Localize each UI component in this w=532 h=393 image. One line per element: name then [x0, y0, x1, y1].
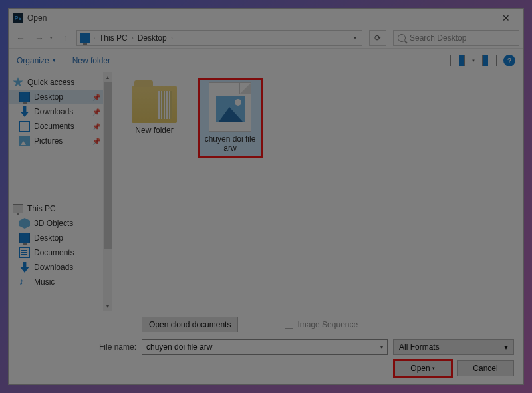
cancel-button[interactable]: Cancel	[457, 360, 514, 376]
scroll-thumb[interactable]	[104, 82, 112, 249]
file-type-filter[interactable]: All Formats ▾	[393, 339, 514, 355]
organize-menu[interactable]: Organize▼	[17, 56, 57, 65]
file-item-image[interactable]: chuyen doi file arw	[199, 79, 261, 156]
preview-pane-button[interactable]	[482, 55, 497, 66]
chevron-down-icon: ▾	[504, 342, 508, 352]
titlebar: Ps Open ✕	[9, 9, 523, 27]
desktop-icon	[19, 92, 30, 102]
file-label: chuyen doi file arw	[202, 134, 258, 153]
file-item-folder[interactable]: New folder	[123, 79, 186, 138]
help-button[interactable]: ?	[503, 55, 515, 66]
file-name-input[interactable]: chuyen doi file arw ▾	[142, 339, 388, 355]
file-list[interactable]: New folder chuyen doi file arw	[112, 72, 523, 311]
scroll-up-icon[interactable]: ▴	[103, 72, 112, 82]
file-name-label: File name:	[18, 342, 136, 352]
dialog-body: Quick access Desktop📌 Downloads📌 Documen…	[9, 72, 523, 311]
open-button[interactable]: Open▼	[394, 360, 452, 376]
sidebar-item-documents[interactable]: Documents📌	[9, 119, 112, 134]
search-icon	[398, 34, 406, 42]
chevron-down-icon[interactable]: ▼	[471, 59, 475, 63]
pc-icon	[80, 33, 90, 43]
desktop-icon	[19, 233, 30, 243]
open-dialog: Ps Open ✕ ← → ▾ ↑ › This PC › Desktop › …	[8, 8, 524, 385]
sidebar-group-quick-access[interactable]: Quick access	[9, 75, 112, 90]
scroll-down-icon[interactable]: ▾	[103, 301, 112, 311]
sidebar-item-downloads[interactable]: Downloads📌	[9, 104, 112, 119]
back-button[interactable]: ←	[13, 30, 29, 46]
download-icon	[19, 106, 30, 117]
refresh-button[interactable]: ⟳	[369, 30, 386, 46]
navigation-pane: Quick access Desktop📌 Downloads📌 Documen…	[9, 72, 112, 311]
photoshop-icon: Ps	[13, 13, 23, 23]
address-bar[interactable]: › This PC › Desktop › ▾	[76, 30, 362, 46]
bottom-panel: Open cloud documents Image Sequence File…	[9, 311, 523, 384]
pc-icon	[13, 204, 23, 213]
sidebar-scrollbar[interactable]: ▴ ▾	[103, 72, 112, 311]
pin-icon: 📌	[92, 108, 100, 116]
pin-icon: 📌	[92, 138, 100, 145]
chevron-right-icon: ›	[93, 35, 95, 41]
pin-icon: 📌	[92, 123, 100, 130]
chevron-right-icon: ›	[132, 35, 134, 41]
sidebar-item-music[interactable]: ♪ Music	[9, 275, 112, 289]
chevron-down-icon: ▼	[52, 58, 57, 63]
sidebar-item-pictures[interactable]: Pictures📌	[9, 134, 112, 148]
chevron-right-icon: ›	[171, 35, 173, 41]
open-cloud-documents-button[interactable]: Open cloud documents	[142, 317, 238, 332]
pin-icon: 📌	[92, 94, 100, 101]
document-icon	[19, 247, 30, 258]
checkbox-icon	[285, 321, 293, 329]
breadcrumb[interactable]: Desktop	[136, 33, 168, 43]
download-icon	[19, 262, 30, 273]
sidebar-group-this-pc[interactable]: This PC	[9, 201, 112, 216]
close-button[interactable]: ✕	[493, 9, 519, 27]
sidebar-item-3d-objects[interactable]: 3D Objects	[9, 216, 112, 231]
image-sequence-checkbox[interactable]: Image Sequence	[285, 320, 358, 329]
up-button[interactable]: ↑	[58, 30, 74, 46]
pictures-icon	[19, 136, 30, 146]
document-icon	[19, 121, 30, 132]
address-dropdown-icon[interactable]: ▾	[354, 35, 359, 41]
new-folder-button[interactable]: New folder	[72, 56, 110, 65]
sidebar-item-documents[interactable]: Documents	[9, 245, 112, 260]
music-icon: ♪	[19, 277, 30, 287]
sidebar-item-desktop[interactable]: Desktop	[9, 231, 112, 245]
sidebar-item-downloads[interactable]: Downloads	[9, 260, 112, 275]
search-placeholder: Search Desktop	[410, 33, 466, 43]
star-icon	[13, 77, 23, 88]
image-file-icon	[209, 82, 251, 132]
forward-button[interactable]: →	[31, 30, 47, 46]
view-mode-button[interactable]	[450, 55, 465, 66]
dialog-title: Open	[27, 13, 47, 23]
sidebar-item-desktop[interactable]: Desktop📌	[9, 90, 112, 104]
history-dropdown-icon[interactable]: ▾	[50, 35, 53, 41]
folder-icon	[132, 86, 177, 123]
search-input[interactable]: Search Desktop	[393, 30, 519, 46]
chevron-down-icon[interactable]: ▾	[380, 344, 383, 350]
toolbar: Organize▼ New folder ▼ ?	[9, 49, 523, 72]
file-label: New folder	[135, 126, 173, 135]
breadcrumb[interactable]: This PC	[98, 33, 129, 43]
chevron-down-icon: ▼	[432, 366, 436, 370]
cube-icon	[19, 218, 30, 229]
navigation-bar: ← → ▾ ↑ › This PC › Desktop › ▾ ⟳ Search…	[9, 27, 523, 49]
